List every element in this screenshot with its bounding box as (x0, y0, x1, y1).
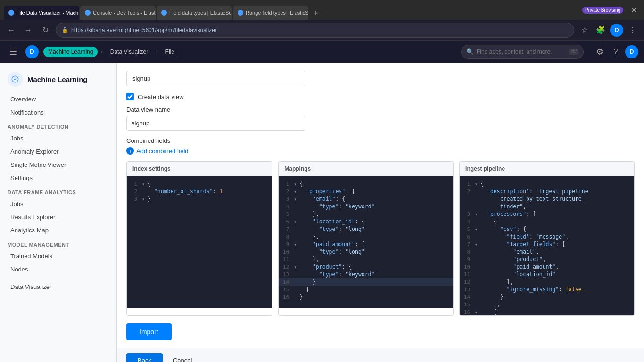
sidebar-item-nodes[interactable]: Nodes (3, 263, 114, 276)
map-line-3: 3 ▾ "email": { (279, 195, 453, 203)
breadcrumb-sep-2: › (156, 48, 157, 55)
breadcrumb-file[interactable]: File (161, 47, 179, 57)
top-search-bar[interactable]: 🔍 ⌘/ (461, 45, 584, 59)
browser-toolbar: ← → ↻ 🔒 https://kibana.evermight.net:560… (0, 20, 644, 41)
browser-tab-3[interactable]: Field data types | ElasticSearch... ✕ (157, 6, 232, 20)
sidebar-item-analytics-map[interactable]: Analytics Map (3, 224, 114, 237)
file-name-input[interactable] (126, 71, 305, 86)
content-inner: Create data view Data view name Combined… (117, 63, 644, 348)
url-text: https://kibana.evermight.net:5601/app/ml… (71, 27, 217, 33)
help-button[interactable]: ? (609, 45, 622, 58)
sidebar-item-overview[interactable]: Overview (3, 93, 114, 106)
sidebar-section-dfa: Data Frame Analytics (0, 185, 116, 197)
index-settings-panel: Index settings 1 ▾ { 2 "number_of_shards… (126, 161, 272, 316)
ingest-line-7: 5 ▾ "csv": { (460, 225, 634, 233)
breadcrumb-machine-learning[interactable]: Machine Learning (43, 47, 98, 57)
sidebar-item-anomaly-explorer[interactable]: Anomaly Explorer (3, 145, 114, 158)
tab-favicon-4 (238, 10, 243, 16)
code-panels: Index settings 1 ▾ { 2 "number_of_shards… (126, 161, 635, 316)
user-avatar-button[interactable]: D (625, 45, 638, 58)
tab-label-3: Field data types | ElasticSearch... (169, 10, 232, 16)
map-line-8: 8 }, (279, 233, 453, 240)
sidebar: Machine Learning Overview Notifications … (0, 63, 117, 362)
map-line-9: 9 ▾ "paid_amount": { (279, 240, 453, 248)
ingest-line-17: 15 }, (460, 301, 634, 308)
map-line-14: 14 } (279, 278, 453, 286)
add-combined-field-text: Add combined field (136, 148, 189, 155)
map-line-12: 12 ▾ "product": { (279, 263, 453, 271)
create-data-view-label[interactable]: Create data view (138, 93, 184, 100)
main-layout: Machine Learning Overview Notifications … (0, 63, 644, 362)
index-settings-editor[interactable]: 1 ▾ { 2 "number_of_shards": 1 3 (127, 176, 272, 308)
sidebar-logo (8, 72, 23, 87)
sidebar-item-settings[interactable]: Settings (3, 172, 114, 184)
tab-label-2: Console - Dev Tools - Elastic (93, 10, 156, 16)
app-container: ☰ D Machine Learning › Data Visualizer ›… (0, 41, 644, 362)
create-data-view-checkbox[interactable] (126, 93, 134, 100)
profile-button[interactable]: D (610, 24, 623, 37)
sidebar-section-model: Model Management (0, 237, 116, 249)
sidebar-item-trained-models[interactable]: Trained Models (3, 250, 114, 263)
extensions-button[interactable]: 🧩 (594, 24, 607, 37)
search-icon: 🔍 (466, 48, 474, 55)
new-tab-button[interactable]: + (309, 7, 322, 20)
browser-tabs: File Data Visualizer - Machine L... ✕ Co… (4, 0, 322, 20)
ingest-line-3: created by text structure (460, 195, 634, 203)
data-view-name-label: Data view name (126, 106, 635, 113)
menu-button[interactable]: ⋮ (626, 24, 639, 37)
sidebar-item-dfa-jobs[interactable]: Jobs (3, 197, 114, 210)
ingest-line-5: 3 ▾ "processors": [ (460, 210, 634, 218)
map-line-5: 5 }, (279, 210, 453, 218)
ingest-line-15: 13 "ignore_missing": false (460, 286, 634, 293)
search-kbd-hint: ⌘/ (569, 49, 578, 55)
file-input-row (126, 71, 635, 86)
index-settings-title: Index settings (127, 162, 272, 176)
back-nav-button[interactable]: ← (5, 24, 18, 37)
toolbar-icons: ☆ 🧩 D ⋮ (578, 24, 639, 37)
browser-tab-4[interactable]: Range field types | ElasticSearc... ✕ (233, 6, 308, 20)
browser-tab-1[interactable]: File Data Visualizer - Machine L... ✕ (4, 6, 79, 20)
map-line-6: 6 ▾ "location_id": { (279, 218, 453, 225)
hamburger-menu-button[interactable]: ☰ (6, 44, 21, 59)
ingest-editor[interactable]: 1 ▾ { 2 "description": "Ingest pipeline (460, 176, 634, 315)
forward-nav-button[interactable]: → (22, 24, 35, 37)
map-line-2: 2 ▾ "properties": { (279, 188, 453, 195)
cancel-button[interactable]: Cancel (167, 353, 198, 362)
top-nav-right: ⚙ ? D (593, 45, 638, 58)
code-line-idx-3: 3 ▾ } (127, 195, 272, 203)
back-button[interactable]: Back (126, 353, 163, 362)
sidebar-item-results-explorer[interactable]: Results Explorer (3, 211, 114, 223)
sidebar-item-data-visualizer[interactable]: Data Visualizer (3, 280, 114, 293)
ingest-line-12: 10 "paid_amount", (460, 263, 634, 271)
reload-button[interactable]: ↻ (39, 24, 52, 37)
top-nav: ☰ D Machine Learning › Data Visualizer ›… (0, 41, 644, 63)
search-input[interactable] (477, 49, 566, 55)
sidebar-item-notifications[interactable]: Notifications (3, 106, 114, 119)
ingest-pipeline-panel: Ingest pipeline 1 ▾ { 2 "description": "… (459, 161, 635, 316)
sidebar-item-anomaly-jobs[interactable]: Jobs (3, 132, 114, 145)
import-button[interactable]: Import (126, 323, 172, 340)
add-combined-field-link[interactable]: i Add combined field (126, 147, 635, 155)
kibana-icon-button[interactable]: ⚙ (593, 45, 606, 58)
sidebar-item-single-metric[interactable]: Single Metric Viewer (3, 158, 114, 171)
content-area: Create data view Data view name Combined… (117, 63, 644, 362)
address-bar[interactable]: 🔒 https://kibana.evermight.net:5601/app/… (56, 23, 574, 38)
ingest-line-2: 2 "description": "Ingest pipeline (460, 188, 634, 195)
create-data-view-row: Create data view (126, 93, 635, 100)
code-line-idx-1: 1 ▾ { (127, 180, 272, 188)
sidebar-header: Machine Learning (0, 63, 116, 92)
browser-tab-2[interactable]: Console - Dev Tools - Elastic ✕ (80, 6, 156, 20)
ingest-line-6: 4 { (460, 218, 634, 225)
sidebar-section-anomaly: Anomaly Detection (0, 119, 116, 132)
breadcrumb-sep-1: › (100, 48, 102, 55)
breadcrumbs: Machine Learning › Data Visualizer › Fil… (43, 47, 179, 57)
mappings-editor[interactable]: 1 ▾ { 2 ▾ "properties": { 3 (279, 176, 453, 308)
bookmark-button[interactable]: ☆ (578, 24, 591, 37)
ingest-line-8: 6 "field": "message", (460, 233, 634, 240)
data-view-name-input[interactable] (126, 116, 305, 131)
combined-fields-label: Combined fields (126, 137, 635, 144)
sidebar-title: Machine Learning (27, 75, 88, 83)
close-window-button[interactable]: ✕ (627, 3, 640, 16)
breadcrumb-data-visualizer[interactable]: Data Visualizer (106, 47, 153, 57)
map-line-15: 15 } (279, 286, 453, 293)
